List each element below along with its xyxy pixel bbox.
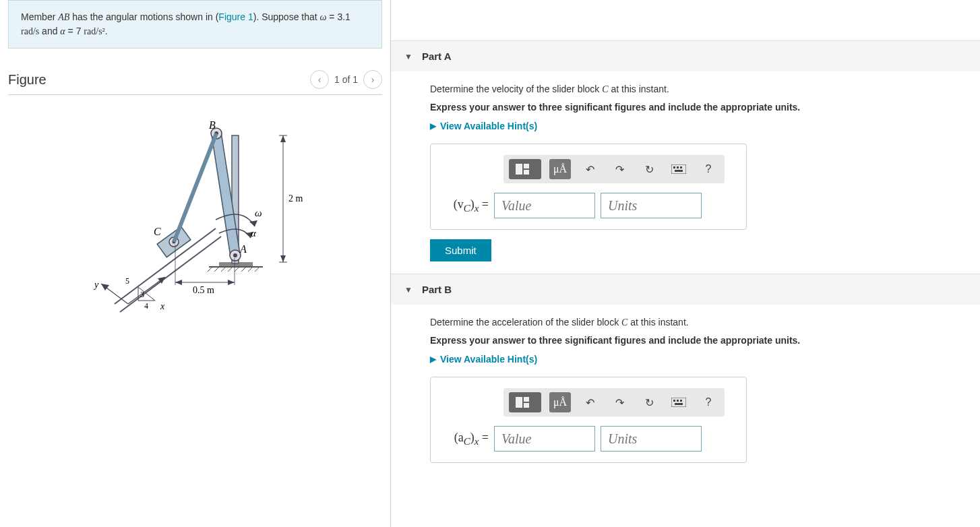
answer-box-a: μÅ ↶ ↷ ↻ ? (vC)x = bbox=[430, 144, 747, 230]
redo-button[interactable]: ↷ bbox=[609, 392, 630, 412]
svg-text:α: α bbox=[251, 228, 257, 239]
svg-line-9 bbox=[255, 267, 259, 272]
part-b-prompt: Determine the acceleration of the slider… bbox=[430, 317, 967, 328]
problem-statement: Member AB has the angular motions shown … bbox=[8, 0, 382, 49]
answer-toolbar: μÅ ↶ ↷ ↻ ? bbox=[503, 155, 725, 183]
help-button[interactable]: ? bbox=[698, 159, 719, 179]
svg-rect-61 bbox=[516, 397, 522, 408]
figure-link[interactable]: Figure 1 bbox=[218, 11, 253, 22]
keyboard-button[interactable] bbox=[668, 392, 690, 412]
svg-rect-55 bbox=[524, 170, 529, 175]
svg-text:x: x bbox=[160, 301, 165, 311]
figure-diagram: B C A ω α 2 m 0.5 m y x 5 3 4 bbox=[8, 108, 382, 338]
svg-rect-66 bbox=[677, 400, 679, 402]
svg-line-8 bbox=[248, 267, 253, 272]
svg-rect-56 bbox=[671, 164, 686, 174]
svg-line-4 bbox=[221, 267, 226, 272]
svg-rect-63 bbox=[524, 403, 529, 408]
svg-text:3: 3 bbox=[140, 290, 144, 299]
part-a-title: Part A bbox=[422, 51, 452, 62]
svg-marker-37 bbox=[101, 284, 109, 290]
undo-button[interactable]: ↶ bbox=[579, 392, 601, 412]
undo-button[interactable]: ↶ bbox=[579, 159, 601, 179]
view-hints-link[interactable]: ▶ View Available Hint(s) bbox=[430, 121, 967, 131]
svg-marker-27 bbox=[280, 135, 286, 142]
svg-rect-68 bbox=[675, 403, 683, 405]
svg-rect-58 bbox=[677, 166, 679, 168]
svg-text:2 m: 2 m bbox=[288, 193, 303, 204]
units-input-b[interactable] bbox=[601, 426, 702, 452]
svg-text:A: A bbox=[239, 243, 247, 255]
svg-rect-67 bbox=[680, 400, 682, 402]
redo-button[interactable]: ↷ bbox=[609, 159, 630, 179]
answer-box-b: μÅ ↶ ↷ ↻ ? (aC)x = bbox=[430, 377, 747, 463]
svg-text:y: y bbox=[93, 280, 99, 290]
figure-prev-button[interactable]: ‹ bbox=[310, 70, 329, 89]
part-b-instruction: Express your answer to three significant… bbox=[430, 335, 967, 346]
part-a-instruction: Express your answer to three significant… bbox=[430, 102, 967, 113]
answer-label-a: (vC)x = bbox=[441, 197, 489, 214]
figure-next-button[interactable]: › bbox=[363, 70, 382, 89]
svg-rect-64 bbox=[671, 398, 686, 407]
triangle-right-icon: ▶ bbox=[430, 354, 436, 364]
svg-rect-62 bbox=[524, 397, 529, 402]
svg-text:4: 4 bbox=[144, 301, 148, 311]
svg-line-2 bbox=[208, 267, 212, 272]
svg-line-5 bbox=[228, 267, 233, 272]
part-a-prompt: Determine the velocity of the slider blo… bbox=[430, 84, 967, 95]
chevron-down-icon: ▼ bbox=[404, 285, 412, 294]
reset-button[interactable]: ↻ bbox=[638, 159, 660, 179]
answer-toolbar: μÅ ↶ ↷ ↻ ? bbox=[503, 388, 725, 416]
problem-text: Member bbox=[21, 11, 58, 22]
svg-text:0.5 m: 0.5 m bbox=[193, 285, 214, 295]
figure-title: Figure bbox=[8, 72, 47, 88]
submit-button-a[interactable]: Submit bbox=[430, 239, 491, 261]
svg-marker-31 bbox=[228, 280, 235, 285]
units-symbol-button[interactable]: μÅ bbox=[549, 392, 571, 412]
member-var: AB bbox=[58, 12, 69, 22]
svg-line-3 bbox=[214, 267, 219, 272]
svg-rect-54 bbox=[524, 164, 529, 168]
keyboard-button[interactable] bbox=[668, 159, 690, 179]
units-symbol-button[interactable]: μÅ bbox=[549, 159, 571, 179]
svg-rect-59 bbox=[680, 166, 682, 168]
svg-rect-57 bbox=[673, 166, 675, 168]
view-hints-link[interactable]: ▶ View Available Hint(s) bbox=[430, 354, 967, 365]
svg-text:C: C bbox=[154, 226, 161, 237]
svg-marker-28 bbox=[280, 255, 286, 262]
value-input-a[interactable] bbox=[494, 193, 595, 218]
reset-button[interactable]: ↻ bbox=[638, 392, 660, 412]
templates-button[interactable] bbox=[509, 392, 541, 412]
svg-text:ω: ω bbox=[255, 208, 262, 218]
part-b-header[interactable]: ▼ Part B bbox=[391, 274, 980, 305]
svg-text:B: B bbox=[209, 119, 216, 131]
chevron-down-icon: ▼ bbox=[404, 52, 412, 61]
figure-count: 1 of 1 bbox=[334, 74, 358, 85]
svg-text:5: 5 bbox=[125, 276, 129, 286]
svg-marker-30 bbox=[175, 280, 182, 285]
svg-point-13 bbox=[233, 253, 237, 257]
part-a-header[interactable]: ▼ Part A bbox=[391, 41, 980, 71]
value-input-b[interactable] bbox=[494, 426, 595, 452]
units-input-a[interactable] bbox=[601, 193, 702, 218]
templates-button[interactable] bbox=[509, 159, 541, 179]
part-b-title: Part B bbox=[422, 284, 452, 295]
svg-line-21 bbox=[174, 133, 216, 242]
triangle-right-icon: ▶ bbox=[430, 121, 436, 131]
svg-line-7 bbox=[241, 267, 246, 272]
svg-line-6 bbox=[235, 267, 239, 272]
answer-label-b: (aC)x = bbox=[441, 431, 489, 447]
svg-rect-53 bbox=[516, 164, 522, 175]
svg-rect-60 bbox=[675, 170, 683, 172]
help-button[interactable]: ? bbox=[698, 392, 719, 412]
svg-rect-65 bbox=[673, 400, 675, 402]
